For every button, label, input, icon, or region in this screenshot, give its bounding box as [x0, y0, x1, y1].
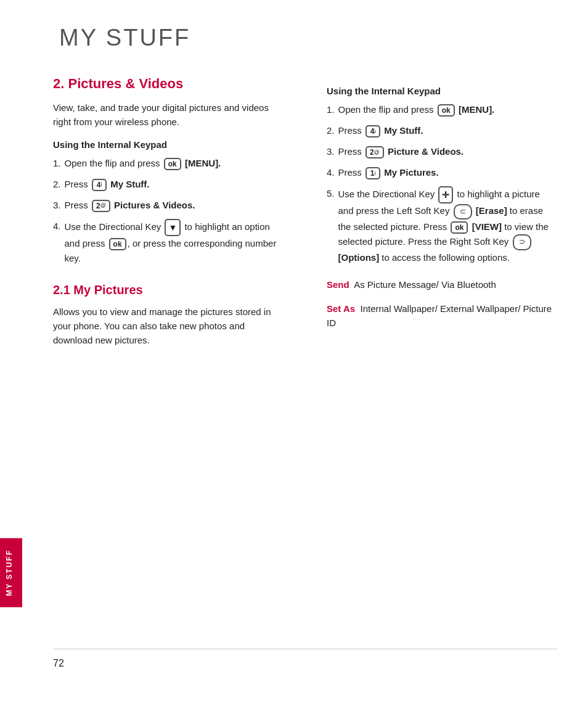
main-content: MY STUFF 2. Pictures & Videos View, take… [22, 0, 588, 706]
sub-section-text: Allows you to view and manage the pictur… [53, 305, 284, 348]
page-title: MY STUFF [59, 25, 557, 51]
steps-list-2: 1. Open the flip and press ok [MENU]. 2.… [327, 102, 557, 265]
ok-key-2: ok [109, 238, 126, 250]
keypad-heading-2: Using the Internal Keypad [327, 86, 557, 96]
bottom-divider [53, 649, 557, 649]
right-soft-key: ⊃ [513, 234, 531, 250]
keypad-heading-1: Using the Internal Keypad [53, 139, 284, 150]
r-step-5: 5. Use the Directional Key ✛ to highligh… [327, 186, 557, 265]
dir-key-cross: ✛ [438, 186, 453, 203]
key-2at-1: 2@ [92, 200, 110, 212]
r-step-4: 4. Press 1i My Pictures. [327, 165, 557, 180]
key-4i-1: 4i [92, 179, 107, 191]
r-key-4i: 4i [365, 125, 380, 138]
side-tab: MY STUFF [0, 0, 22, 706]
step-4: 4. Use the Directional Key ▼ to highligh… [53, 219, 284, 266]
section-heading: 2. Pictures & Videos [53, 76, 284, 92]
right-column: Using the Internal Keypad 1. Open the fl… [321, 76, 557, 649]
opt-label-setas: Set As [327, 303, 355, 314]
left-column: 2. Pictures & Videos View, take, and tra… [53, 76, 296, 649]
step-2: 2. Press 4i My Stuff. [53, 177, 284, 192]
r-step-2: 2. Press 4i My Stuff. [327, 123, 557, 138]
r-step-1: 1. Open the flip and press ok [MENU]. [327, 102, 557, 117]
option-setas: Set As Internal Wallpaper/ External Wall… [327, 302, 557, 330]
steps-list-1: 1. Open the flip and press ok [MENU]. 2.… [53, 156, 284, 266]
opt-label-send: Send [327, 279, 349, 290]
ok-key-1: ok [164, 158, 181, 170]
page-number: 72 [53, 658, 557, 669]
r-ok-key-view: ok [451, 221, 468, 234]
page-container: MY STUFF MY STUFF 2. Pictures & Videos V… [0, 0, 588, 706]
columns: 2. Pictures & Videos View, take, and tra… [53, 76, 557, 649]
r-key-2at: 2@ [365, 146, 384, 158]
step-3: 3. Press 2@ Pictures & Videos. [53, 198, 284, 213]
left-soft-key: ⊂ [454, 204, 472, 220]
r-ok-key-1: ok [438, 104, 455, 117]
intro-text: View, take, and trade your digital pictu… [53, 101, 284, 129]
side-tab-label: MY STUFF [0, 538, 22, 607]
dir-key-down-1: ▼ [165, 219, 181, 236]
r-key-1i: 1i [365, 167, 380, 179]
step-1: 1. Open the flip and press ok [MENU]. [53, 156, 284, 171]
sub-section-heading: 2.1 My Pictures [53, 283, 284, 297]
r-step-3: 3. Press 2@ Picture & Videos. [327, 144, 557, 159]
option-send: Send As Picture Message/ Via Bluetooth [327, 277, 557, 292]
